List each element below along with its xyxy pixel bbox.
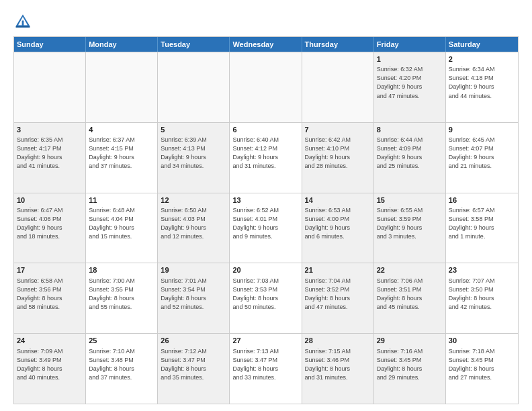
day-number: 9: [449, 125, 515, 135]
weekday-header-friday: Friday: [374, 37, 446, 52]
day-info: Sunrise: 7:00 AM Sunset: 3:55 PM Dayligh…: [89, 277, 154, 312]
day-number: 13: [232, 195, 298, 205]
day-cell-24: 24Sunrise: 7:09 AM Sunset: 3:49 PM Dayli…: [14, 334, 86, 404]
logo-icon: [13, 12, 32, 31]
day-cell-22: 22Sunrise: 7:06 AM Sunset: 3:51 PM Dayli…: [374, 263, 446, 333]
day-cell-28: 28Sunrise: 7:15 AM Sunset: 3:46 PM Dayli…: [302, 334, 374, 404]
day-cell-30: 30Sunrise: 7:18 AM Sunset: 3:45 PM Dayli…: [446, 334, 518, 404]
day-number: 7: [305, 125, 371, 135]
day-info: Sunrise: 6:34 AM Sunset: 4:18 PM Dayligh…: [449, 65, 515, 100]
day-info: Sunrise: 6:55 AM Sunset: 3:59 PM Dayligh…: [377, 206, 443, 241]
day-cell-11: 11Sunrise: 6:48 AM Sunset: 4:04 PM Dayli…: [86, 193, 158, 263]
day-number: 6: [232, 125, 298, 135]
day-info: Sunrise: 6:48 AM Sunset: 4:04 PM Dayligh…: [89, 206, 154, 241]
day-cell-5: 5Sunrise: 6:39 AM Sunset: 4:13 PM Daylig…: [158, 123, 230, 193]
day-cell-18: 18Sunrise: 7:00 AM Sunset: 3:55 PM Dayli…: [86, 263, 158, 333]
day-number: 17: [17, 265, 83, 275]
day-cell-27: 27Sunrise: 7:13 AM Sunset: 3:47 PM Dayli…: [230, 334, 302, 404]
weekday-header-saturday: Saturday: [446, 37, 518, 52]
day-number: 23: [449, 265, 515, 275]
day-cell-15: 15Sunrise: 6:55 AM Sunset: 3:59 PM Dayli…: [374, 193, 446, 263]
day-number: 1: [377, 54, 443, 64]
calendar-row-4: 17Sunrise: 6:58 AM Sunset: 3:56 PM Dayli…: [14, 263, 518, 333]
day-info: Sunrise: 6:35 AM Sunset: 4:17 PM Dayligh…: [17, 136, 83, 171]
day-cell-13: 13Sunrise: 6:52 AM Sunset: 4:01 PM Dayli…: [230, 193, 302, 263]
empty-cell: [86, 52, 158, 122]
page: SundayMondayTuesdayWednesdayThursdayFrid…: [0, 0, 532, 411]
day-number: 12: [161, 195, 226, 205]
calendar-row-1: 1Sunrise: 6:32 AM Sunset: 4:20 PM Daylig…: [14, 52, 518, 122]
header: [13, 12, 519, 31]
day-info: Sunrise: 7:12 AM Sunset: 3:47 PM Dayligh…: [161, 347, 226, 382]
day-info: Sunrise: 6:37 AM Sunset: 4:15 PM Dayligh…: [89, 136, 154, 171]
logo: [13, 12, 36, 31]
day-number: 21: [305, 265, 371, 275]
day-number: 16: [449, 195, 515, 205]
day-cell-17: 17Sunrise: 6:58 AM Sunset: 3:56 PM Dayli…: [14, 263, 86, 333]
day-number: 4: [89, 125, 154, 135]
day-info: Sunrise: 6:58 AM Sunset: 3:56 PM Dayligh…: [17, 277, 83, 312]
day-cell-3: 3Sunrise: 6:35 AM Sunset: 4:17 PM Daylig…: [14, 123, 86, 193]
day-info: Sunrise: 7:16 AM Sunset: 3:45 PM Dayligh…: [377, 347, 443, 382]
day-number: 3: [17, 125, 83, 135]
day-number: 29: [377, 336, 443, 346]
day-info: Sunrise: 6:44 AM Sunset: 4:09 PM Dayligh…: [377, 136, 443, 171]
day-number: 5: [161, 125, 226, 135]
day-cell-26: 26Sunrise: 7:12 AM Sunset: 3:47 PM Dayli…: [158, 334, 230, 404]
weekday-header-sunday: Sunday: [14, 37, 86, 52]
day-cell-14: 14Sunrise: 6:53 AM Sunset: 4:00 PM Dayli…: [302, 193, 374, 263]
day-cell-8: 8Sunrise: 6:44 AM Sunset: 4:09 PM Daylig…: [374, 123, 446, 193]
day-number: 27: [232, 336, 298, 346]
day-info: Sunrise: 7:06 AM Sunset: 3:51 PM Dayligh…: [377, 277, 443, 312]
day-info: Sunrise: 6:47 AM Sunset: 4:06 PM Dayligh…: [17, 206, 83, 241]
empty-cell: [158, 52, 230, 122]
weekday-header-wednesday: Wednesday: [230, 37, 302, 52]
day-info: Sunrise: 6:42 AM Sunset: 4:10 PM Dayligh…: [305, 136, 371, 171]
day-cell-4: 4Sunrise: 6:37 AM Sunset: 4:15 PM Daylig…: [86, 123, 158, 193]
day-cell-2: 2Sunrise: 6:34 AM Sunset: 4:18 PM Daylig…: [446, 52, 518, 122]
calendar-header: SundayMondayTuesdayWednesdayThursdayFrid…: [14, 37, 518, 52]
day-number: 20: [232, 265, 298, 275]
day-info: Sunrise: 7:13 AM Sunset: 3:47 PM Dayligh…: [232, 347, 298, 382]
calendar-row-3: 10Sunrise: 6:47 AM Sunset: 4:06 PM Dayli…: [14, 193, 518, 263]
day-info: Sunrise: 6:32 AM Sunset: 4:20 PM Dayligh…: [377, 65, 443, 100]
day-cell-9: 9Sunrise: 6:45 AM Sunset: 4:07 PM Daylig…: [446, 123, 518, 193]
day-number: 15: [377, 195, 443, 205]
day-number: 14: [305, 195, 371, 205]
day-info: Sunrise: 7:01 AM Sunset: 3:54 PM Dayligh…: [161, 277, 226, 312]
day-info: Sunrise: 6:52 AM Sunset: 4:01 PM Dayligh…: [232, 206, 298, 241]
svg-rect-2: [16, 26, 30, 28]
day-info: Sunrise: 7:09 AM Sunset: 3:49 PM Dayligh…: [17, 347, 83, 382]
day-cell-6: 6Sunrise: 6:40 AM Sunset: 4:12 PM Daylig…: [230, 123, 302, 193]
day-number: 25: [89, 336, 154, 346]
day-cell-19: 19Sunrise: 7:01 AM Sunset: 3:54 PM Dayli…: [158, 263, 230, 333]
calendar-body: 1Sunrise: 6:32 AM Sunset: 4:20 PM Daylig…: [14, 52, 518, 404]
day-cell-23: 23Sunrise: 7:07 AM Sunset: 3:50 PM Dayli…: [446, 263, 518, 333]
day-number: 24: [17, 336, 83, 346]
day-info: Sunrise: 6:53 AM Sunset: 4:00 PM Dayligh…: [305, 206, 371, 241]
day-cell-12: 12Sunrise: 6:50 AM Sunset: 4:03 PM Dayli…: [158, 193, 230, 263]
weekday-header-monday: Monday: [86, 37, 158, 52]
day-number: 19: [161, 265, 226, 275]
day-cell-20: 20Sunrise: 7:03 AM Sunset: 3:53 PM Dayli…: [230, 263, 302, 333]
day-cell-25: 25Sunrise: 7:10 AM Sunset: 3:48 PM Dayli…: [86, 334, 158, 404]
day-cell-1: 1Sunrise: 6:32 AM Sunset: 4:20 PM Daylig…: [374, 52, 446, 122]
calendar: SundayMondayTuesdayWednesdayThursdayFrid…: [13, 36, 519, 404]
day-number: 26: [161, 336, 226, 346]
day-info: Sunrise: 7:10 AM Sunset: 3:48 PM Dayligh…: [89, 347, 154, 382]
day-number: 30: [449, 336, 515, 346]
calendar-row-2: 3Sunrise: 6:35 AM Sunset: 4:17 PM Daylig…: [14, 122, 518, 193]
day-info: Sunrise: 7:04 AM Sunset: 3:52 PM Dayligh…: [305, 277, 371, 312]
weekday-header-tuesday: Tuesday: [158, 37, 230, 52]
day-number: 2: [449, 54, 515, 64]
day-info: Sunrise: 7:18 AM Sunset: 3:45 PM Dayligh…: [449, 347, 515, 382]
day-info: Sunrise: 6:39 AM Sunset: 4:13 PM Dayligh…: [161, 136, 226, 171]
day-info: Sunrise: 7:03 AM Sunset: 3:53 PM Dayligh…: [232, 277, 298, 312]
weekday-header-thursday: Thursday: [302, 37, 374, 52]
empty-cell: [14, 52, 86, 122]
day-info: Sunrise: 6:40 AM Sunset: 4:12 PM Dayligh…: [232, 136, 298, 171]
day-info: Sunrise: 7:07 AM Sunset: 3:50 PM Dayligh…: [449, 277, 515, 312]
day-number: 22: [377, 265, 443, 275]
empty-cell: [230, 52, 302, 122]
day-info: Sunrise: 6:57 AM Sunset: 3:58 PM Dayligh…: [449, 206, 515, 241]
